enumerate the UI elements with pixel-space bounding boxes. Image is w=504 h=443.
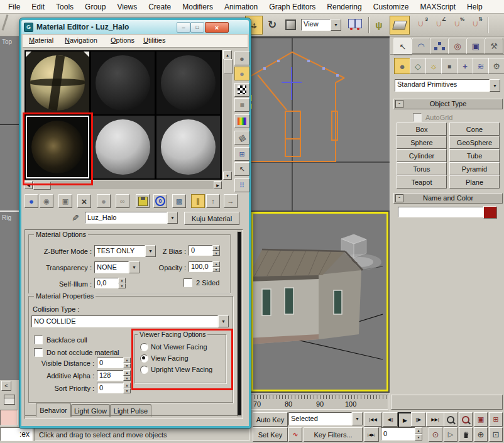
track-bar[interactable]: 70 80 90 100	[250, 395, 388, 410]
menu-item-modifiers[interactable]: Modifiers	[177, 3, 219, 11]
play-button[interactable]: ▶	[398, 412, 412, 428]
tab-light-glow[interactable]: Light Glow	[71, 404, 110, 417]
do-not-occlude-checkbox[interactable]	[34, 348, 43, 357]
snaps-toggle-button[interactable]: ∩ 3	[412, 16, 429, 33]
open-listener-icon[interactable]	[4, 395, 15, 405]
tab-hierarchy[interactable]	[430, 38, 449, 54]
textured-house-canvas[interactable]	[253, 214, 383, 386]
time-configuration-button[interactable]: ⊙	[429, 427, 442, 442]
self-illum-spinner[interactable]: ▲ ▼	[118, 278, 126, 288]
angle-snap-toggle-button[interactable]: ∩ ∠	[430, 16, 447, 33]
primitive-button-tube[interactable]: Tube	[449, 149, 500, 162]
tab-light-pulse[interactable]: Light Pulse	[110, 404, 151, 417]
put-to-library-button[interactable]	[136, 194, 150, 208]
object-color-swatch[interactable]	[483, 206, 497, 219]
tab-motion[interactable]: ◎	[448, 38, 467, 54]
get-material-button[interactable]: ●	[25, 194, 38, 208]
chevron-down-icon[interactable]: ▼	[490, 79, 500, 92]
autogrid-checkbox[interactable]	[413, 113, 422, 122]
scroll-right-button[interactable]: ▶	[214, 181, 222, 189]
scroll-thumb[interactable]	[224, 59, 233, 74]
pan-button[interactable]	[459, 427, 473, 442]
spinner-up-icon[interactable]: ▲	[123, 383, 131, 388]
menu-item-group[interactable]: Group	[79, 3, 111, 11]
zoom-extents-button[interactable]: ▣	[474, 412, 488, 427]
menu-item-maxscript[interactable]: MAXScript	[414, 3, 461, 11]
category-spacewarps-button[interactable]: ≋	[473, 58, 489, 74]
primitive-button-pyramid[interactable]: Pyramid	[449, 162, 500, 175]
arc-rotate-button[interactable]: ⊕	[474, 427, 488, 442]
collision-type-dropdown[interactable]: NO COLLIDE ▼	[31, 315, 229, 327]
z-buffer-mode-dropdown[interactable]: TEST ONLY ▼	[94, 245, 156, 257]
menu-item-file[interactable]: File	[3, 3, 26, 11]
me-menu-material[interactable]: Material	[29, 36, 53, 44]
previous-frame-button[interactable]: ◀||	[383, 412, 398, 427]
self-illum-field[interactable]: 0,0	[94, 278, 121, 288]
spinner-down-icon[interactable]: ▼	[123, 388, 131, 394]
spinner-up-icon[interactable]: ▲	[118, 278, 126, 283]
spinner-down-icon[interactable]: ▼	[212, 251, 220, 256]
make-preview-button[interactable]: ▤	[234, 131, 249, 145]
maxscript-mini-listener-macro[interactable]	[0, 410, 18, 425]
visible-distance-spinner[interactable]: ▲ ▼	[123, 358, 131, 368]
assign-material-to-selection-button[interactable]: ▣	[58, 194, 72, 208]
additive-alpha-spinner[interactable]: ▲ ▼	[123, 370, 131, 381]
track-left-button[interactable]: <	[1, 381, 11, 391]
category-helpers-button[interactable]: +	[457, 58, 473, 74]
category-lights-button[interactable]: ☼	[425, 58, 442, 74]
current-frame-field[interactable]: 0	[381, 427, 416, 440]
category-systems-button[interactable]: ⚙	[488, 58, 504, 74]
maximize-viewport-button[interactable]: ⊡	[489, 427, 503, 442]
spinner-down-icon[interactable]: ▼	[123, 376, 131, 381]
collapse-icon[interactable]: -	[395, 100, 403, 108]
video-color-check-button[interactable]	[234, 114, 249, 128]
menu-item-views[interactable]: Views	[111, 3, 143, 11]
scroll-down-button[interactable]: ▼	[223, 172, 232, 180]
scroll-thumb[interactable]	[33, 182, 51, 190]
maxscript-mini-listener[interactable]: :ex	[0, 427, 33, 441]
primitive-button-teapot[interactable]: Teapot	[397, 175, 447, 189]
category-cameras-button[interactable]: ■	[441, 58, 457, 74]
spinner-down-icon[interactable]: ▼	[123, 363, 131, 369]
sort-priority-spinner[interactable]: ▲ ▼	[123, 383, 131, 393]
sort-priority-field[interactable]: 0	[97, 383, 126, 393]
tab-display[interactable]: ▣	[466, 38, 485, 54]
key-mode-toggle-button[interactable]: |◀▶|	[364, 427, 379, 442]
key-filters-button[interactable]: Key Filters...	[304, 427, 363, 442]
primitive-button-torus[interactable]: Torus	[397, 162, 447, 175]
opacity-spinner[interactable]: ▲ ▼	[212, 261, 220, 272]
object-name-input[interactable]	[398, 207, 483, 217]
make-material-copy-button[interactable]: ●	[97, 194, 111, 208]
me-menu-options[interactable]: Options	[111, 36, 134, 44]
spinner-down-icon[interactable]: ▼	[415, 434, 422, 441]
sample-slot-6[interactable]	[156, 116, 220, 178]
menu-item-customize[interactable]: Customize	[368, 3, 415, 11]
material-editor-options-button[interactable]: ⊞	[234, 147, 249, 161]
show-end-result-button[interactable]: ∥	[191, 194, 205, 208]
left-viewport-strip[interactable]: Top Rig	[0, 36, 19, 380]
spinner-up-icon[interactable]: ▲	[212, 261, 220, 267]
sample-slot-2[interactable]	[91, 52, 155, 114]
collapse-icon[interactable]: -	[395, 194, 403, 202]
perspective-viewport[interactable]	[250, 211, 390, 393]
sample-vertical-scrollbar[interactable]: ▲ ▼	[223, 50, 232, 180]
spinner-down-icon[interactable]: ▼	[212, 267, 220, 273]
chevron-down-icon[interactable]: ▼	[331, 19, 341, 31]
background-button[interactable]	[234, 83, 249, 97]
chevron-down-icon[interactable]: ▼	[167, 212, 178, 224]
window-title-bar[interactable]: G Material Editor - Luz_Halo – □ ×	[21, 20, 249, 34]
zoom-button[interactable]	[444, 412, 457, 427]
z-bias-spinner[interactable]: ▲ ▼	[212, 245, 220, 256]
go-to-start-button[interactable]: |◀◀	[364, 412, 382, 427]
auto-key-button[interactable]: Auto Key	[253, 412, 288, 427]
go-to-end-button[interactable]: ▶▶|	[426, 412, 444, 427]
reference-coordinate-system-dropdown[interactable]: View ▼	[301, 19, 341, 31]
chevron-down-icon[interactable]: ▼	[129, 261, 140, 273]
z-bias-field[interactable]: 0	[189, 245, 215, 256]
transparency-dropdown[interactable]: NONE ▼	[94, 261, 140, 273]
put-material-to-scene-button[interactable]: ◉	[40, 194, 53, 208]
make-unique-button[interactable]: ∞	[116, 194, 129, 208]
show-map-in-viewport-button[interactable]: ▩	[172, 194, 186, 208]
spinner-up-icon[interactable]: ▲	[123, 370, 131, 376]
additive-alpha-field[interactable]: 128	[97, 370, 126, 381]
